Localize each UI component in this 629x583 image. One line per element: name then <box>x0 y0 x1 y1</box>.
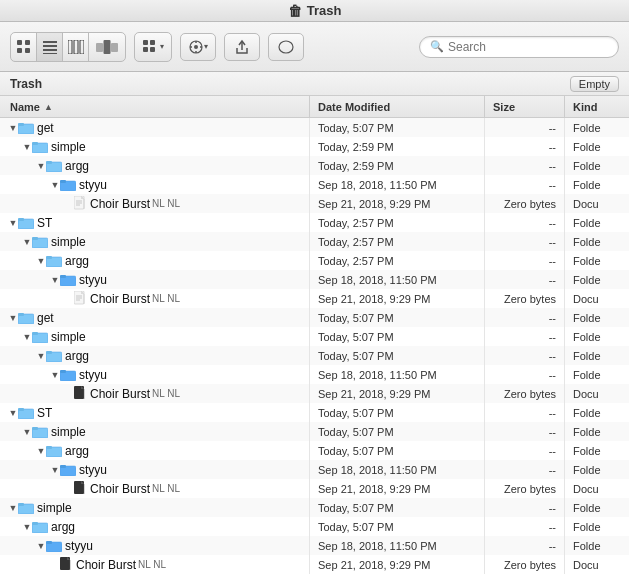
folder-icon <box>46 444 62 457</box>
folder-icon <box>18 501 34 514</box>
cell-size: -- <box>485 156 565 175</box>
document-icon <box>74 291 87 306</box>
col-date-header[interactable]: Date Modified <box>310 96 485 117</box>
svg-rect-11 <box>96 43 103 52</box>
table-row[interactable]: simpleToday, 2:59 PM--Folde <box>0 137 629 156</box>
folder-icon <box>18 216 34 229</box>
cell-kind: Folde <box>565 346 629 365</box>
share-btn[interactable] <box>224 33 260 61</box>
svg-rect-7 <box>43 53 57 54</box>
svg-rect-82 <box>46 446 52 449</box>
expand-triangle[interactable] <box>8 123 18 133</box>
search-input[interactable] <box>448 40 608 54</box>
search-box[interactable]: 🔍 <box>419 36 619 58</box>
expand-triangle[interactable] <box>36 256 46 266</box>
file-name-label: Choir Burst <box>90 292 150 306</box>
table-row[interactable]: arggToday, 2:59 PM--Folde <box>0 156 629 175</box>
search-icon: 🔍 <box>430 40 444 53</box>
document-icon <box>74 196 87 211</box>
column-view-btn[interactable] <box>63 33 89 61</box>
expand-triangle[interactable] <box>50 180 60 190</box>
expand-triangle[interactable] <box>50 370 60 380</box>
expand-triangle[interactable] <box>36 541 46 551</box>
coverflow-btn[interactable] <box>89 33 125 61</box>
cell-kind: Folde <box>565 308 629 327</box>
cell-date: Today, 5:07 PM <box>310 118 485 137</box>
file-name-label: simple <box>37 501 72 515</box>
table-row[interactable]: simpleToday, 5:07 PM--Folde <box>0 498 629 517</box>
table-row[interactable]: getToday, 5:07 PM--Folde <box>0 308 629 327</box>
folder-icon <box>32 520 48 533</box>
table-row[interactable]: STToday, 2:57 PM--Folde <box>0 213 629 232</box>
tag-btn[interactable] <box>268 33 304 61</box>
group-btn[interactable]: ▾ <box>135 33 171 61</box>
table-row[interactable]: arggToday, 2:57 PM--Folde <box>0 251 629 270</box>
empty-btn[interactable]: Empty <box>570 76 619 92</box>
table-row[interactable]: simpleToday, 5:07 PM--Folde <box>0 422 629 441</box>
list-view-btn[interactable] <box>37 33 63 61</box>
col-size-header[interactable]: Size <box>485 96 565 117</box>
cell-date: Today, 2:57 PM <box>310 213 485 232</box>
expand-triangle[interactable] <box>22 427 32 437</box>
table-row[interactable]: styyuSep 18, 2018, 11:50 PM--Folde <box>0 175 629 194</box>
expand-triangle[interactable] <box>22 332 32 342</box>
cell-date: Sep 18, 2018, 11:50 PM <box>310 536 485 555</box>
svg-rect-79 <box>32 427 38 430</box>
expand-triangle[interactable] <box>22 142 32 152</box>
expand-triangle[interactable] <box>36 351 46 361</box>
table-row[interactable]: arggToday, 5:07 PM--Folde <box>0 517 629 536</box>
col-kind-header[interactable]: Kind <box>565 96 629 117</box>
table-row[interactable]: Choir BurstNL NLSep 21, 2018, 9:29 PMZer… <box>0 555 629 574</box>
table-row[interactable]: arggToday, 5:07 PM--Folde <box>0 441 629 460</box>
cell-size: -- <box>485 441 565 460</box>
table-row[interactable]: Choir BurstNL NLSep 21, 2018, 9:29 PMZer… <box>0 289 629 308</box>
cell-date: Today, 5:07 PM <box>310 498 485 517</box>
cell-name: simple <box>0 498 310 517</box>
expand-triangle[interactable] <box>22 237 32 247</box>
folder-icon <box>18 311 34 324</box>
cell-kind: Folde <box>565 251 629 270</box>
svg-rect-9 <box>74 40 78 54</box>
cell-kind: Folde <box>565 517 629 536</box>
expand-triangle[interactable] <box>8 218 18 228</box>
cell-date: Sep 21, 2018, 9:29 PM <box>310 289 485 308</box>
cell-name: simple <box>0 422 310 441</box>
expand-triangle[interactable] <box>8 313 18 323</box>
table-row[interactable]: simpleToday, 5:07 PM--Folde <box>0 327 629 346</box>
cell-date: Today, 2:59 PM <box>310 137 485 156</box>
cell-size: -- <box>485 422 565 441</box>
expand-triangle[interactable] <box>50 275 60 285</box>
table-row[interactable]: Choir BurstNL NLSep 21, 2018, 9:29 PMZer… <box>0 479 629 498</box>
cell-date: Today, 5:07 PM <box>310 327 485 346</box>
file-list: getToday, 5:07 PM--Folde simpleToday, 2:… <box>0 118 629 583</box>
svg-rect-1 <box>25 40 30 45</box>
table-row[interactable]: arggToday, 5:07 PM--Folde <box>0 346 629 365</box>
svg-rect-14 <box>143 40 148 45</box>
expand-triangle[interactable] <box>22 522 32 532</box>
table-row[interactable]: Choir BurstNL NLSep 21, 2018, 9:29 PMZer… <box>0 384 629 403</box>
expand-triangle[interactable] <box>8 503 18 513</box>
svg-rect-85 <box>60 465 66 468</box>
expand-triangle[interactable] <box>36 161 46 171</box>
cell-date: Sep 21, 2018, 9:29 PM <box>310 194 485 213</box>
table-row[interactable]: getToday, 5:07 PM--Folde <box>0 118 629 137</box>
expand-triangle[interactable] <box>50 465 60 475</box>
file-name-badge: NL NL <box>152 293 180 304</box>
table-row[interactable]: Choir BurstNL NLSep 21, 2018, 9:29 PMZer… <box>0 194 629 213</box>
cell-size: -- <box>485 403 565 422</box>
action-btn[interactable]: ▾ <box>180 33 216 61</box>
cell-kind: Folde <box>565 536 629 555</box>
table-row[interactable]: styyuSep 18, 2018, 11:50 PM--Folde <box>0 460 629 479</box>
icon-view-btn[interactable] <box>11 33 37 61</box>
file-name-label: argg <box>65 349 89 363</box>
table-row[interactable]: styyuSep 18, 2018, 11:50 PM--Folde <box>0 270 629 289</box>
document-icon <box>60 557 73 572</box>
expand-triangle[interactable] <box>36 446 46 456</box>
expand-triangle[interactable] <box>8 408 18 418</box>
table-row[interactable]: styyuSep 18, 2018, 11:50 PM--Folde <box>0 365 629 384</box>
cell-date: Today, 5:07 PM <box>310 422 485 441</box>
col-name-header[interactable]: Name ▲ <box>0 96 310 117</box>
table-row[interactable]: styyuSep 18, 2018, 11:50 PM--Folde <box>0 536 629 555</box>
table-row[interactable]: simpleToday, 2:57 PM--Folde <box>0 232 629 251</box>
table-row[interactable]: STToday, 5:07 PM--Folde <box>0 403 629 422</box>
